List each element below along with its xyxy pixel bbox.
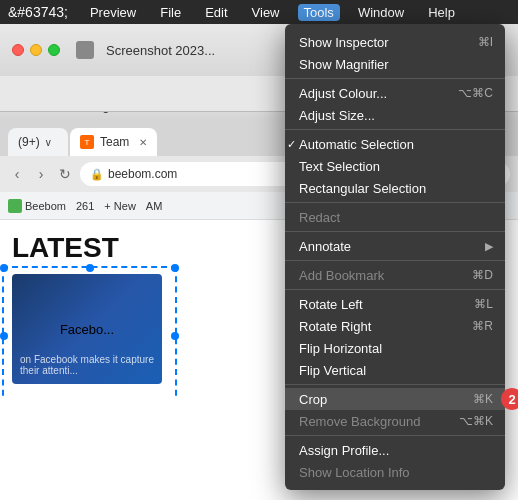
- minimize-button[interactable]: [30, 44, 42, 56]
- forward-button[interactable]: ›: [32, 166, 50, 182]
- menu-section-inspector: Show Inspector ⌘I Show Magnifier: [285, 28, 505, 79]
- rotate-right-shortcut: ⌘R: [472, 319, 493, 333]
- adjust-size-item[interactable]: Adjust Size...: [285, 104, 505, 126]
- menu-bar: &#63743; Preview File Edit View Tools Wi…: [0, 0, 518, 24]
- show-inspector-shortcut: ⌘I: [478, 35, 493, 49]
- handle-mid-left[interactable]: [0, 332, 8, 340]
- adjust-colour-label: Adjust Colour...: [299, 86, 387, 101]
- image-caption: on Facebook makes it capture their atten…: [20, 354, 154, 376]
- tab-close-icon[interactable]: ✕: [139, 137, 147, 148]
- menu-help[interactable]: Help: [422, 4, 461, 21]
- maximize-button[interactable]: [48, 44, 60, 56]
- back-button[interactable]: ‹: [8, 166, 26, 182]
- adjust-size-label: Adjust Size...: [299, 108, 375, 123]
- rectangular-selection-label: Rectangular Selection: [299, 181, 426, 196]
- text-selection-item[interactable]: Text Selection: [285, 155, 505, 177]
- tab-label-team: Team: [100, 135, 129, 149]
- bookmark-new-label: + New: [104, 200, 136, 212]
- close-button[interactable]: [12, 44, 24, 56]
- redact-item: Redact: [285, 206, 505, 228]
- automatic-selection-item[interactable]: ✓ Automatic Selection: [285, 133, 505, 155]
- adjust-colour-item[interactable]: Adjust Colour... ⌥⌘C: [285, 82, 505, 104]
- rotate-right-label: Rotate Right: [299, 319, 371, 334]
- chrome-tab-team[interactable]: T Team ✕: [70, 128, 157, 156]
- preview-window-icon: [76, 41, 94, 59]
- preview-traffic-lights: [12, 44, 60, 56]
- menu-file[interactable]: File: [154, 4, 187, 21]
- tab-favicon: T: [80, 135, 94, 149]
- handle-top-right[interactable]: [171, 264, 179, 272]
- flip-vertical-label: Flip Vertical: [299, 363, 366, 378]
- annotate-arrow-icon: ▶: [485, 240, 493, 253]
- tab-label-v: v: [46, 137, 51, 148]
- bookmark-count-label: 261: [76, 200, 94, 212]
- bookmark-am[interactable]: AM: [146, 200, 163, 212]
- menu-section-adjust: Adjust Colour... ⌥⌘C Adjust Size...: [285, 79, 505, 130]
- bookmark-am-label: AM: [146, 200, 163, 212]
- redact-label: Redact: [299, 210, 340, 225]
- chrome-tab-notifications[interactable]: (9+) v: [8, 128, 68, 156]
- url-text: beebom.com: [108, 167, 177, 181]
- bookmark-beebom-label: Beebom: [25, 200, 66, 212]
- text-selection-label: Text Selection: [299, 159, 380, 174]
- crop-shortcut: ⌘K: [473, 392, 493, 406]
- crop-label: Crop: [299, 392, 327, 407]
- handle-top-mid[interactable]: [86, 264, 94, 272]
- rotate-left-label: Rotate Left: [299, 297, 363, 312]
- menu-section-redact: Redact: [285, 203, 505, 232]
- bookmark-new[interactable]: + New: [104, 200, 136, 212]
- remove-background-label: Remove Background: [299, 414, 420, 429]
- menu-section-annotate: Annotate ▶: [285, 232, 505, 261]
- handle-top-left[interactable]: [0, 264, 8, 272]
- bookmark-count[interactable]: 261: [76, 200, 94, 212]
- checkmark-icon: ✓: [287, 138, 296, 151]
- menu-preview[interactable]: Preview: [84, 4, 142, 21]
- flip-horizontal-label: Flip Horizontal: [299, 341, 382, 356]
- menu-section-profile: Assign Profile... Show Location Info: [285, 436, 505, 486]
- menu-section-transform: Rotate Left ⌘L Rotate Right ⌘R Flip Hori…: [285, 290, 505, 385]
- rotate-left-item[interactable]: Rotate Left ⌘L: [285, 293, 505, 315]
- reload-button[interactable]: ↻: [56, 166, 74, 182]
- assign-profile-item[interactable]: Assign Profile...: [285, 439, 505, 461]
- beebom-icon: [8, 199, 22, 213]
- rotate-left-shortcut: ⌘L: [474, 297, 493, 311]
- menu-section-bookmark: Add Bookmark ⌘D: [285, 261, 505, 290]
- menu-view[interactable]: View: [246, 4, 286, 21]
- automatic-selection-label: Automatic Selection: [299, 137, 414, 152]
- rotate-right-item[interactable]: Rotate Right ⌘R: [285, 315, 505, 337]
- menu-tools[interactable]: Tools: [298, 4, 340, 21]
- show-location-label: Show Location Info: [299, 465, 410, 480]
- crop-badge: 2: [501, 388, 518, 410]
- apple-logo[interactable]: &#63743;: [8, 4, 68, 20]
- lock-icon: 🔒: [90, 168, 104, 181]
- flip-vertical-item[interactable]: Flip Vertical: [285, 359, 505, 381]
- rectangular-selection-item[interactable]: Rectangular Selection: [285, 177, 505, 199]
- menu-edit[interactable]: Edit: [199, 4, 233, 21]
- show-inspector-label: Show Inspector: [299, 35, 389, 50]
- bookmark-beebom[interactable]: Beebom: [8, 199, 66, 213]
- menu-window[interactable]: Window: [352, 4, 410, 21]
- flip-horizontal-item[interactable]: Flip Horizontal: [285, 337, 505, 359]
- remove-background-item: Remove Background ⌥⌘K: [285, 410, 505, 432]
- show-magnifier-item[interactable]: Show Magnifier: [285, 53, 505, 75]
- remove-background-shortcut: ⌥⌘K: [459, 414, 493, 428]
- menu-section-selection: ✓ Automatic Selection Text Selection Rec…: [285, 130, 505, 203]
- add-bookmark-label: Add Bookmark: [299, 268, 384, 283]
- add-bookmark-shortcut: ⌘D: [472, 268, 493, 282]
- show-inspector-item[interactable]: Show Inspector ⌘I: [285, 31, 505, 53]
- show-location-item: Show Location Info: [285, 461, 505, 483]
- menu-section-crop: Crop ⌘K 2 Remove Background ⌥⌘K: [285, 385, 505, 436]
- content-image: Facebo... on Facebook makes it capture t…: [12, 274, 162, 384]
- preview-window-title: Screenshot 2023...: [106, 43, 215, 58]
- annotate-label: Annotate: [299, 239, 351, 254]
- image-text: Facebo...: [60, 322, 114, 337]
- crop-item[interactable]: Crop ⌘K 2: [285, 388, 505, 410]
- add-bookmark-item: Add Bookmark ⌘D: [285, 264, 505, 286]
- tools-dropdown: Show Inspector ⌘I Show Magnifier Adjust …: [285, 24, 505, 490]
- adjust-colour-shortcut: ⌥⌘C: [458, 86, 493, 100]
- annotate-item[interactable]: Annotate ▶: [285, 235, 505, 257]
- assign-profile-label: Assign Profile...: [299, 443, 389, 458]
- handle-mid-right[interactable]: [171, 332, 179, 340]
- show-magnifier-label: Show Magnifier: [299, 57, 389, 72]
- notification-count: (9+): [18, 135, 40, 149]
